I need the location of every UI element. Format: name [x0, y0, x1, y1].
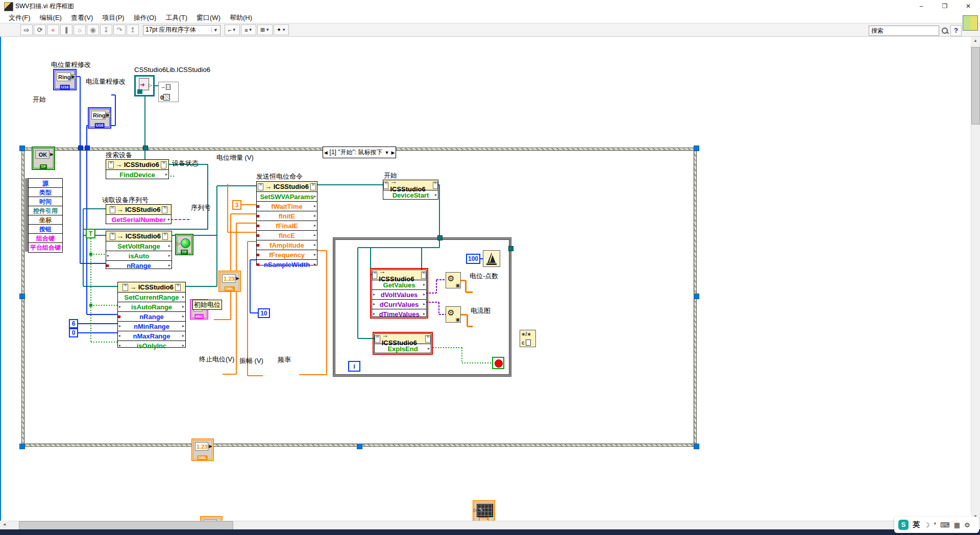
control-start-ok-button[interactable]: OK▶TF	[32, 147, 55, 170]
menu-3[interactable]: 项目(P)	[97, 12, 129, 23]
selection-handle[interactable]	[694, 444, 699, 449]
param-nRange[interactable]: nRange▸▸	[118, 312, 185, 322]
search-icon[interactable]	[941, 27, 949, 35]
abort-button[interactable]: ●	[47, 25, 59, 35]
tunnel[interactable]	[437, 235, 443, 240]
param-fAmplitude[interactable]: fAmplitude▸▸	[257, 240, 317, 250]
distribute-objects-dropdown[interactable]: ≡▼	[241, 25, 256, 35]
param-nSampleWidth[interactable]: nSampleWidth▸▸	[257, 260, 317, 269]
control-ring-curr-range[interactable]: Ring▼▶U16	[88, 107, 111, 129]
param-fFinalE[interactable]: fFinalE▸▸	[257, 221, 317, 231]
case-dropdown-icon[interactable]: ▼	[384, 150, 389, 155]
selection-handle[interactable]	[694, 294, 699, 299]
param-isAutoRange[interactable]: isAutoRange▸▸	[118, 302, 185, 312]
control-initial-potential[interactable]: 1.23▶DBL	[191, 439, 214, 461]
method-row[interactable]: GetSerialNumber▸	[106, 215, 171, 224]
menu-5[interactable]: 工具(T)	[161, 12, 192, 23]
run-continuous-button[interactable]: ⟳	[34, 25, 46, 35]
selection-handle[interactable]	[19, 444, 25, 449]
param-dCurrValues[interactable]: dCurrValues▸▸	[372, 300, 426, 309]
invoke-node-get-values[interactable]: ?!→ ICSStudio6?!GetValues▸dVoltValues▸▸d…	[372, 270, 427, 317]
tunnel[interactable]	[508, 246, 513, 251]
event-data-item-0[interactable]: 源	[28, 178, 63, 188]
control-volt-points-chart[interactable]: ∿▷SGL	[473, 500, 495, 523]
tunnel[interactable]	[143, 145, 148, 151]
scroll-up-arrow[interactable]: ▲	[971, 37, 980, 45]
align-objects-dropdown[interactable]: ⌐▼	[225, 25, 240, 35]
font-selector[interactable]: 17pt 应用程序字体▼	[143, 25, 220, 35]
method-row[interactable]: SetSWVAParams▸	[257, 192, 317, 202]
event-data-item-2[interactable]: 时间	[28, 197, 63, 207]
search-input[interactable]	[869, 26, 939, 36]
resize-objects-dropdown[interactable]: ⊞▼	[257, 25, 273, 35]
prev-case-icon[interactable]: ◀	[324, 150, 328, 155]
event-structure-selector[interactable]: ◀[1] "开始": 鼠标按下▼▶	[323, 147, 396, 158]
loop-condition-terminal[interactable]	[492, 357, 504, 369]
type-cast-icon[interactable]: ∗/∗c	[520, 330, 536, 347]
event-data-item-4[interactable]: 坐标	[28, 215, 63, 225]
const-0[interactable]: 0	[69, 328, 78, 337]
param-fFrequency[interactable]: fFrequency▸▸	[257, 250, 317, 260]
ime-toolbar[interactable]: S 英 ☽❜⌨▦⚙	[894, 517, 979, 533]
class-constant-icon[interactable]: ➜▷	[134, 75, 155, 96]
tunnel[interactable]	[78, 145, 83, 151]
ime-icon-0[interactable]: ☽	[924, 521, 930, 529]
step-into-button[interactable]: ↧	[100, 25, 112, 35]
invoke-node-find-device[interactable]: ?!→ ICSStudio6?!FindDevice▸	[106, 159, 169, 179]
ime-icon-3[interactable]: ▦	[954, 521, 960, 529]
const-100[interactable]: 100	[466, 254, 480, 264]
menu-1[interactable]: 编辑(E)	[35, 12, 66, 23]
method-row[interactable]: SetVoltRange▸	[106, 241, 172, 251]
invoke-node-exp-is-end[interactable]: ?!→ ICSStudio6?!ExpIsEnd▸	[374, 333, 431, 353]
menu-7[interactable]: 帮助(H)	[225, 12, 257, 23]
param-fIncE[interactable]: fIncE▸▸	[257, 231, 317, 240]
param-nRange[interactable]: nRange▸▸	[106, 261, 172, 270]
step-out-button[interactable]: ↥	[127, 25, 139, 35]
menu-6[interactable]: 窗口(W)	[192, 12, 225, 23]
event-data-item-6[interactable]: 组合键	[28, 233, 63, 244]
const-6[interactable]: 6	[69, 319, 78, 328]
selection-handle[interactable]	[357, 444, 362, 449]
signal-convert-icon-1[interactable]: ⚙▣	[446, 272, 461, 288]
ime-icon-2[interactable]: ⌨	[940, 521, 950, 529]
method-row[interactable]: SetCurrentRange▸	[118, 293, 185, 302]
control-ring-volt-range[interactable]: Ring▼▶U16	[53, 69, 77, 90]
selection-handle[interactable]	[19, 145, 25, 151]
param-nMinRange[interactable]: nMinRange▸▸	[118, 322, 185, 331]
reorder-dropdown[interactable]: ✦▼	[274, 25, 289, 35]
param-fWaitTime[interactable]: fWaitTime▸▸	[257, 202, 317, 211]
minimize-button[interactable]: –	[910, 0, 933, 12]
control-potential-increment[interactable]: 1.23▶DBL	[218, 271, 241, 292]
next-case-icon[interactable]: ▶	[391, 150, 395, 155]
method-row[interactable]: DeviceStart▸	[383, 190, 438, 200]
invoke-node-set-current-range[interactable]: ?!→ ICSStudio6?!SetCurrentRange▸isAutoRa…	[117, 282, 186, 348]
vertical-scrollbar-thumb[interactable]	[971, 47, 980, 125]
event-data-item-7[interactable]: 平台组合键	[28, 242, 63, 253]
signal-convert-icon-2[interactable]: ⚙▣	[446, 306, 461, 323]
step-over-button[interactable]: ↷	[113, 25, 126, 35]
scroll-left-arrow[interactable]: ◄	[0, 521, 9, 529]
control-device-status-led[interactable]: ▷TF	[175, 234, 193, 255]
method-row[interactable]: GetValues▸	[372, 280, 426, 290]
close-button[interactable]: ✕	[957, 0, 980, 12]
const-true[interactable]: T	[86, 229, 95, 238]
param-fInitE[interactable]: fInitE▸▸	[257, 211, 317, 221]
block-diagram-canvas[interactable]: ?!→ ICSStudio6?!FindDevice▸?!→ ICSStudio…	[0, 37, 980, 521]
ime-icon-1[interactable]: ❜	[934, 521, 936, 529]
to-more-specific-class-icon[interactable]: →□0	[158, 82, 179, 102]
wait-until-next-ms-multiple-icon[interactable]	[483, 250, 500, 267]
method-row[interactable]: FindDevice▸	[106, 170, 168, 179]
invoke-node-set-volt-range[interactable]: ?!→ ICSStudio6?!SetVoltRange▸isAuto▸▸nRa…	[106, 231, 172, 269]
vi-icon[interactable]	[963, 15, 978, 31]
menu-4[interactable]: 操作(O)	[129, 12, 161, 23]
param-dTimeValues[interactable]: dTimeValues▸▸	[372, 309, 426, 319]
horizontal-scrollbar-thumb[interactable]	[19, 521, 233, 530]
selection-handle[interactable]	[19, 294, 25, 299]
help-button[interactable]: ?	[950, 25, 962, 36]
param-isAuto[interactable]: isAuto▸▸	[106, 251, 172, 261]
param-nMaxRange[interactable]: nMaxRange▸▸	[118, 331, 185, 341]
retain-wire-values-button[interactable]: ◉	[87, 25, 99, 35]
param-dVoltValues[interactable]: dVoltValues▸▸	[372, 290, 426, 300]
event-data-item-3[interactable]: 控件引用	[28, 206, 63, 216]
event-data-item-5[interactable]: 按钮	[28, 224, 63, 234]
